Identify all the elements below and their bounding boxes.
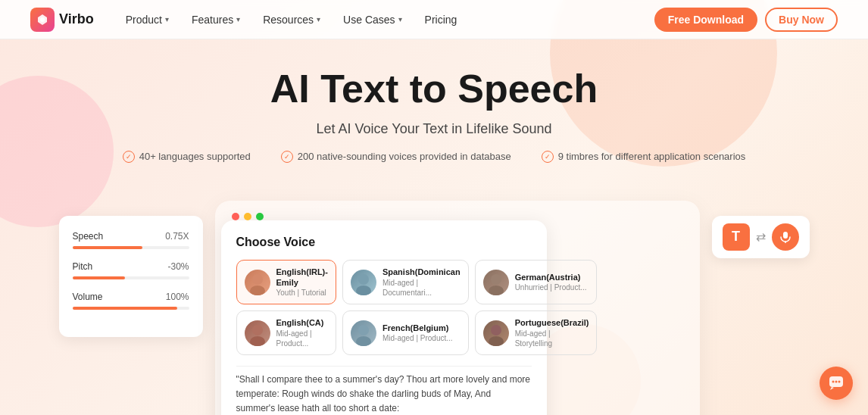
svg-point-8 bbox=[250, 336, 265, 346]
voice-avatar-emily bbox=[245, 270, 270, 295]
hero-feature-2: ✓ 200 native-sounding voices provided in… bbox=[281, 151, 511, 163]
chat-widget[interactable] bbox=[820, 367, 853, 400]
svg-point-11 bbox=[491, 325, 501, 335]
svg-point-4 bbox=[356, 286, 371, 295]
chevron-down-icon: ▾ bbox=[236, 15, 240, 23]
voice-avatar-french bbox=[351, 320, 376, 346]
svg-point-16 bbox=[832, 381, 835, 383]
voice-avatar-german bbox=[483, 270, 509, 295]
voice-info-english-ca: English(CA) Mid-aged | Product... bbox=[276, 317, 328, 348]
voice-avatar-spanish bbox=[351, 270, 376, 295]
svg-point-0 bbox=[40, 17, 45, 22]
hero-feature-1: ✓ 40+ languages supported bbox=[123, 151, 251, 163]
svg-point-5 bbox=[491, 274, 501, 285]
voice-item-french[interactable]: French(Belgium) Mid-aged | Product... bbox=[342, 310, 469, 354]
navbar: Virbo Product ▾ Features ▾ Resources ▾ U… bbox=[0, 0, 868, 39]
voice-grid: English(IRL)-Emily Youth | Tutorial Span… bbox=[236, 260, 532, 355]
hero-section: AI Text to Speech Let AI Voice Your Text… bbox=[0, 39, 868, 201]
svg-point-2 bbox=[250, 286, 265, 295]
speech-label: Speech bbox=[73, 231, 104, 242]
speech-slider[interactable] bbox=[73, 246, 189, 249]
pitch-control: Pitch -30% bbox=[73, 261, 189, 279]
voice-avatar-english-ca bbox=[245, 320, 270, 346]
svg-point-6 bbox=[489, 286, 504, 295]
pitch-value: -30% bbox=[167, 261, 189, 272]
tts-text-button[interactable]: T bbox=[723, 223, 750, 251]
voice-info-portuguese: Portuguese(Brazil) Mid-aged | Storytelli… bbox=[515, 317, 589, 348]
logo-icon bbox=[30, 8, 55, 32]
voice-chooser-title: Choose Voice bbox=[236, 236, 532, 249]
voice-avatar-portuguese bbox=[483, 320, 509, 346]
check-icon: ✓ bbox=[281, 151, 293, 163]
svg-point-7 bbox=[252, 325, 263, 335]
logo-text: Virbo bbox=[59, 11, 94, 27]
nav-resources[interactable]: Resources ▾ bbox=[254, 9, 329, 30]
nav-features[interactable]: Features ▾ bbox=[183, 9, 249, 30]
volume-slider[interactable] bbox=[73, 307, 189, 310]
hero-title: AI Text to Speech bbox=[30, 67, 838, 112]
voice-info-german: German(Austria) Unhurried | Product... bbox=[515, 272, 587, 292]
check-icon: ✓ bbox=[123, 151, 135, 163]
svg-point-12 bbox=[489, 336, 504, 346]
nav-pricing[interactable]: Pricing bbox=[416, 9, 467, 30]
tts-arrows-icon: ⇄ bbox=[756, 229, 766, 244]
svg-rect-13 bbox=[783, 232, 788, 239]
speech-value: 0.75X bbox=[165, 231, 189, 242]
voice-item-portuguese[interactable]: Portuguese(Brazil) Mid-aged | Storytelli… bbox=[475, 310, 598, 354]
maximize-dot bbox=[256, 213, 264, 220]
speech-slider-fill bbox=[73, 246, 142, 249]
svg-point-3 bbox=[358, 274, 369, 285]
svg-point-9 bbox=[358, 325, 369, 335]
nav-product[interactable]: Product ▾ bbox=[117, 9, 178, 30]
volume-label: Volume bbox=[73, 292, 103, 302]
hero-features: ✓ 40+ languages supported ✓ 200 native-s… bbox=[30, 151, 838, 163]
demo-area: Speech 0.75X Pitch -30% Volume 100% bbox=[0, 201, 868, 415]
tts-mic-button[interactable] bbox=[772, 223, 799, 251]
nav-items: Product ▾ Features ▾ Resources ▾ Use Cas… bbox=[117, 9, 654, 30]
tts-icon-card: T ⇄ bbox=[712, 216, 810, 258]
hero-subtitle: Let AI Voice Your Text in Lifelike Sound bbox=[30, 121, 838, 137]
voice-sample-text: "Shall I compare thee to a summer's day?… bbox=[236, 366, 532, 415]
svg-point-18 bbox=[838, 381, 841, 383]
nav-actions: Free Download Buy Now bbox=[654, 8, 838, 32]
svg-point-17 bbox=[835, 381, 838, 383]
nav-use-cases[interactable]: Use Cases ▾ bbox=[334, 9, 411, 30]
speech-controls-card: Speech 0.75X Pitch -30% Volume 100% bbox=[59, 216, 203, 337]
voice-item-english-ca[interactable]: English(CA) Mid-aged | Product... bbox=[236, 310, 336, 354]
chevron-down-icon: ▾ bbox=[165, 15, 169, 23]
voice-chooser-container: Choose Voice English(IRL)-Emily Youth | … bbox=[215, 201, 700, 415]
hero-feature-3: ✓ 9 timbres for different application sc… bbox=[542, 151, 746, 163]
volume-control: Volume 100% bbox=[73, 292, 189, 310]
voice-item-spanish[interactable]: Spanish(Dominican Mid-aged | Documentari… bbox=[342, 260, 469, 305]
window-chrome bbox=[221, 207, 694, 220]
voice-item-emily[interactable]: English(IRL)-Emily Youth | Tutorial bbox=[236, 260, 336, 305]
voice-info-spanish: Spanish(Dominican Mid-aged | Documentari… bbox=[382, 267, 461, 297]
free-download-button[interactable]: Free Download bbox=[654, 8, 757, 32]
pitch-slider[interactable] bbox=[73, 276, 189, 279]
svg-point-1 bbox=[252, 274, 263, 285]
voice-info-french: French(Belgium) Mid-aged | Product... bbox=[382, 323, 453, 343]
volume-value: 100% bbox=[166, 292, 189, 302]
close-dot bbox=[232, 213, 239, 220]
voice-chooser-card: Choose Voice English(IRL)-Emily Youth | … bbox=[221, 220, 547, 415]
volume-slider-fill bbox=[73, 307, 178, 310]
speech-control: Speech 0.75X bbox=[73, 231, 189, 249]
svg-point-10 bbox=[356, 336, 371, 346]
minimize-dot bbox=[244, 213, 251, 220]
chevron-down-icon: ▾ bbox=[398, 15, 402, 23]
logo[interactable]: Virbo bbox=[30, 8, 94, 32]
chevron-down-icon: ▾ bbox=[317, 15, 320, 23]
check-icon: ✓ bbox=[542, 151, 554, 163]
buy-now-button[interactable]: Buy Now bbox=[765, 8, 838, 32]
voice-item-german[interactable]: German(Austria) Unhurried | Product... bbox=[475, 260, 598, 305]
pitch-label: Pitch bbox=[73, 261, 93, 272]
voice-info-emily: English(IRL)-Emily Youth | Tutorial bbox=[276, 267, 328, 298]
pitch-slider-fill bbox=[73, 276, 125, 279]
